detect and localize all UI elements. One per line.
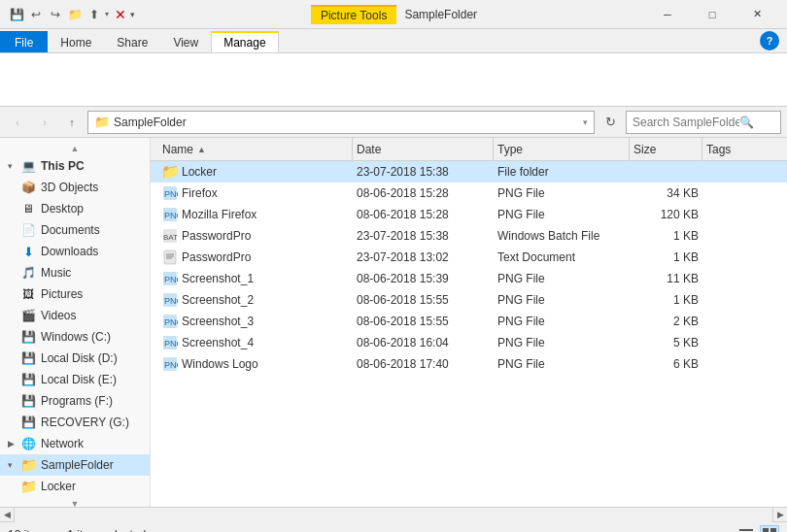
search-input[interactable] (633, 116, 739, 129)
folder-icon: 📁 (162, 164, 178, 180)
text-icon (162, 249, 178, 265)
drive-e-icon: 💾 (19, 371, 37, 388)
sidebar-item-network[interactable]: ▶ 🌐 Network (0, 433, 150, 454)
minimize-button[interactable]: ─ (645, 0, 690, 29)
sidebar-item-this-pc[interactable]: ▾ 💻 This PC (0, 155, 150, 177)
table-row[interactable]: PNG Firefox 08-06-2018 15:28 PNG File 34… (151, 183, 787, 204)
file-name-text: Locker (182, 165, 217, 179)
drive-d-icon: 💾 (19, 349, 37, 367)
qat-undo[interactable]: ↩ (27, 6, 45, 23)
file-date-firefox: 08-06-2018 15:28 (353, 186, 494, 200)
search-icon: 🔍 (739, 116, 754, 129)
col-header-date[interactable]: Date (353, 138, 494, 160)
sidebar-label-documents: Documents (41, 223, 100, 237)
file-date-windows-logo: 08-06-2018 17:40 (353, 357, 494, 371)
tab-manage[interactable]: Manage (211, 31, 278, 52)
sidebar-item-windows-c[interactable]: 💾 Windows (C:) (0, 326, 150, 348)
search-box[interactable]: 🔍 (626, 111, 781, 134)
qat-up[interactable]: ⬆ (86, 6, 103, 23)
hscroll-track[interactable] (15, 508, 772, 522)
help-button[interactable]: ? (760, 31, 779, 50)
file-name-screenshot1: PNG Screenshot_1 (158, 271, 353, 286)
sidebar-item-samplefolder[interactable]: ▾ 📁 SampleFolder (0, 454, 150, 476)
file-date-screenshot3: 08-06-2018 15:55 (353, 315, 494, 328)
sidebar-scroll-up[interactable]: ▲ (0, 142, 150, 155)
table-row[interactable]: PNG Screenshot_1 08-06-2018 15:39 PNG Fi… (151, 268, 787, 289)
file-size-windows-logo: 6 KB (630, 357, 702, 371)
qat-redo[interactable]: ↪ (47, 6, 64, 23)
file-name-text: PasswordPro (182, 229, 251, 243)
col-header-size[interactable]: Size (630, 138, 702, 160)
col-header-type[interactable]: Type (494, 138, 630, 160)
tab-home[interactable]: Home (48, 31, 104, 52)
sidebar-item-locker[interactable]: 📁 Locker (0, 476, 150, 497)
table-row[interactable]: PNG Screenshot_4 08-06-2018 16:04 PNG Fi… (151, 332, 787, 353)
table-row[interactable]: PNG Mozilla Firefox 08-06-2018 15:28 PNG… (151, 204, 787, 225)
sidebar-item-3d-objects[interactable]: 📦 3D Objects (0, 177, 150, 198)
ribbon-panel (0, 52, 787, 107)
table-row[interactable]: 📁 Locker 23-07-2018 15:38 File folder (151, 161, 787, 183)
table-row[interactable]: PasswordPro 23-07-2018 13:02 Text Docume… (151, 247, 787, 268)
address-dropdown-arrow[interactable]: ▾ (583, 117, 588, 127)
sidebar-item-documents[interactable]: 📄 Documents (0, 219, 150, 241)
col-header-tags[interactable]: Tags (702, 138, 779, 160)
sidebar-label-local-d: Local Disk (D:) (41, 351, 118, 365)
refresh-button[interactable]: ↻ (599, 111, 622, 134)
address-box[interactable]: 📁 SampleFolder ▾ (87, 111, 595, 134)
view-details-button[interactable] (736, 525, 756, 533)
qat-newsfolder[interactable]: 📁 (66, 6, 84, 23)
file-name-screenshot3: PNG Screenshot_3 (158, 314, 353, 329)
sidebar-item-pictures[interactable]: 🖼 Pictures (0, 283, 150, 305)
close-button[interactable]: ✕ (735, 0, 779, 29)
sidebar: ▲ ▾ 💻 This PC 📦 3D Objects 🖥 Desktop 📄 D… (0, 138, 151, 507)
qat-arrow[interactable]: ▾ (130, 10, 135, 19)
file-type-screenshot3: PNG File (494, 315, 630, 328)
hscroll-right-button[interactable]: ▶ (772, 508, 787, 522)
status-selected-count: 1 item selected (67, 528, 146, 533)
sidebar-label-samplefolder: SampleFolder (41, 458, 114, 472)
tab-share[interactable]: Share (104, 31, 160, 52)
hscroll-left-button[interactable]: ◀ (0, 508, 15, 522)
table-row[interactable]: BAT PasswordPro 23-07-2018 15:38 Windows… (151, 225, 787, 247)
col-date-label: Date (357, 143, 381, 156)
qat-dropdown[interactable]: ▾ (105, 10, 109, 18)
view-large-icons-button[interactable] (760, 525, 779, 533)
documents-icon: 📄 (19, 221, 37, 239)
qat-save[interactable]: 💾 (8, 6, 25, 23)
file-type-screenshot4: PNG File (494, 336, 630, 349)
svg-text:PNG: PNG (164, 211, 178, 220)
sidebar-label-this-pc: This PC (41, 159, 85, 173)
nav-forward-button[interactable]: › (33, 111, 56, 134)
table-row[interactable]: PNG Screenshot_3 08-06-2018 15:55 PNG Fi… (151, 311, 787, 332)
sidebar-item-desktop[interactable]: 🖥 Desktop (0, 198, 150, 219)
file-type-windows-logo: PNG File (494, 357, 630, 371)
nav-up-button[interactable]: ↑ (60, 111, 84, 134)
svg-text:PNG: PNG (164, 189, 178, 199)
tab-view[interactable]: View (160, 31, 211, 52)
sidebar-label-desktop: Desktop (41, 202, 84, 216)
sidebar-item-videos[interactable]: 🎬 Videos (0, 305, 150, 326)
music-icon: 🎵 (19, 264, 37, 282)
qat-delete[interactable]: ✕ (115, 7, 126, 22)
sidebar-item-local-d[interactable]: 💾 Local Disk (D:) (0, 348, 150, 369)
file-name-text: Mozilla Firefox (182, 208, 257, 221)
svg-text:BAT: BAT (163, 233, 178, 242)
png-icon: PNG (162, 314, 178, 329)
sidebar-item-downloads[interactable]: ⬇ Downloads (0, 241, 150, 262)
sidebar-item-programs-f[interactable]: 💾 Programs (F:) (0, 390, 150, 412)
file-name-passwordpro-txt: PasswordPro (158, 249, 353, 265)
sidebar-item-recovery-g[interactable]: 💾 RECOVERY (G:) (0, 412, 150, 433)
svg-rect-24 (770, 528, 776, 533)
file-name-text: Screenshot_2 (182, 293, 254, 307)
nav-back-button[interactable]: ‹ (6, 111, 29, 134)
col-header-name[interactable]: Name ▲ (158, 138, 353, 160)
table-row[interactable]: PNG Windows Logo 08-06-2018 17:40 PNG Fi… (151, 353, 787, 375)
3d-objects-icon: 📦 (19, 179, 37, 196)
horizontal-scrollbar[interactable]: ◀ ▶ (0, 507, 787, 521)
maximize-button[interactable]: □ (690, 0, 735, 29)
sidebar-scroll-down[interactable]: ▼ (0, 497, 150, 507)
sidebar-item-local-e[interactable]: 💾 Local Disk (E:) (0, 369, 150, 390)
tab-file[interactable]: File (0, 31, 48, 52)
table-row[interactable]: PNG Screenshot_2 08-06-2018 15:55 PNG Fi… (151, 289, 787, 311)
sidebar-item-music[interactable]: 🎵 Music (0, 262, 150, 283)
